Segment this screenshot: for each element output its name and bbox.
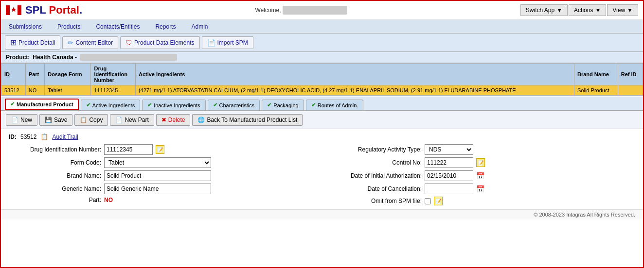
control-no-input[interactable] [425, 157, 473, 168]
calendar-icon-cancel[interactable]: 📅 [476, 185, 484, 193]
generic-name-input[interactable] [104, 184, 211, 194]
tab-inactive-ingredients[interactable]: ✔ Inactive Ingredients [142, 100, 205, 110]
product-data-elements-button[interactable]: 🛡 Product Data Elements [120, 36, 199, 49]
new-button[interactable]: 📄 New [6, 114, 37, 126]
regulatory-type-row: Regulatory Activity Type: NDS ANDS DIN [324, 144, 635, 155]
check-icon: ✔ [311, 102, 316, 108]
col-brand-name: Brand Name [574, 64, 618, 85]
generic-name-label: Generic Name: [9, 185, 101, 192]
product-name-placeholder [80, 54, 177, 61]
initial-auth-row: Date of Initial Authorization: 📅 [324, 170, 635, 181]
actions-chevron-icon: ▼ [595, 7, 601, 14]
note-icon-control[interactable]: 📝 [476, 158, 485, 167]
nav-item-reports[interactable]: Reports [152, 21, 179, 32]
drug-id-input[interactable] [104, 144, 153, 155]
id-value: 53512 [20, 134, 36, 140]
brand-name-input[interactable] [104, 170, 211, 181]
copy-button[interactable]: 📋 Copy [74, 114, 108, 126]
part-label: Part: [9, 197, 101, 203]
content-editor-button[interactable]: ✏ Content Editor [62, 36, 118, 49]
save-icon: 💾 [45, 117, 52, 123]
switch-app-button[interactable]: Switch App ▼ [520, 4, 568, 16]
col-part: Part [25, 64, 44, 85]
save-button[interactable]: 💾 Save [39, 114, 72, 126]
cell-drug-id: 11112345 [91, 85, 135, 96]
switch-app-chevron-icon: ▼ [556, 7, 562, 14]
new-part-button[interactable]: 📄 New Part [110, 114, 154, 126]
form-code-label: Form Code: [9, 159, 101, 166]
check-icon: ✔ [267, 102, 271, 108]
form-id-row: ID: 53512 📋 Audit Trail [9, 133, 635, 140]
note-icon-omit[interactable]: 📝 [434, 197, 443, 205]
check-icon: ✔ [147, 102, 152, 108]
drug-id-row: Drug Identification Number: 📝 [9, 144, 320, 155]
svg-rect-0 [6, 5, 10, 15]
logo-area: SPL Portal. [6, 4, 82, 17]
part-row: Part: NO [9, 197, 320, 203]
data-table-container: ID Part Dosage Form Drug Identification … [1, 63, 643, 96]
view-button[interactable]: View ▼ [607, 4, 638, 16]
back-icon: 🌐 [197, 117, 205, 123]
cell-part: NO [25, 85, 44, 96]
grid-icon: ⊞ [10, 38, 17, 47]
delete-button[interactable]: ✖ Delete [156, 114, 191, 126]
control-no-label: Control No: [324, 159, 422, 166]
nav-item-contacts[interactable]: Contacts/Entities [93, 21, 143, 32]
product-name: Health Canada - [33, 54, 77, 61]
navbar: Submissions Products Contacts/Entities R… [1, 20, 643, 34]
actions-button[interactable]: Actions ▼ [569, 4, 606, 16]
tab-characteristics[interactable]: ✔ Characteristics [208, 100, 260, 110]
tab-bar: ✔ Manufactured Product ✔ Active Ingredie… [1, 97, 643, 111]
audit-trail-link[interactable]: Audit Trail [52, 134, 78, 140]
back-button[interactable]: 🌐 Back To Manufactured Product List [192, 114, 303, 126]
cancellation-row: Date of Cancellation: 📅 [324, 184, 635, 194]
delete-icon: ✖ [161, 117, 166, 123]
omit-label: Omit from SPM file: [324, 198, 422, 204]
tab-packaging[interactable]: ✔ Packaging [262, 100, 304, 110]
product-detail-button[interactable]: ⊞ Product Detail [5, 35, 60, 50]
initial-auth-input[interactable] [425, 170, 473, 181]
cell-dosage-form: Tablet [45, 85, 91, 96]
col-dosage-form: Dosage Form [45, 64, 91, 85]
id-label: ID: [9, 134, 17, 140]
nav-item-admin[interactable]: Admin [188, 21, 211, 32]
omit-checkbox[interactable] [425, 198, 431, 204]
cancellation-input[interactable] [425, 184, 473, 194]
omit-row: Omit from SPM file: 📝 [324, 197, 635, 205]
regulatory-type-label: Regulatory Activity Type: [324, 146, 422, 153]
import-spm-button[interactable]: 📄 Import SPM [202, 36, 253, 49]
svg-rect-2 [18, 5, 21, 15]
col-ref-id: Ref ID [618, 64, 643, 85]
shield-icon: 🛡 [125, 39, 132, 47]
check-icon: ✔ [10, 101, 15, 107]
calendar-icon-init[interactable]: 📅 [476, 172, 484, 180]
username-placeholder [283, 6, 347, 15]
table-row[interactable]: 53512 NO Tablet 11112345 (4271 mg/1 1) A… [1, 85, 643, 96]
welcome-bar: Welcome, [82, 7, 520, 14]
initial-auth-label: Date of Initial Authorization: [324, 172, 422, 179]
nav-item-products[interactable]: Products [54, 21, 83, 32]
form-code-row: Form Code: Tablet Capsule Liquid Powder [9, 157, 320, 168]
col-id: ID [1, 64, 26, 85]
part-value: NO [104, 197, 113, 203]
action-bar: 📄 New 💾 Save 📋 Copy 📄 New Part ✖ Delete … [1, 111, 643, 129]
tab-active-ingredients[interactable]: ✔ Active Ingredients [81, 100, 140, 110]
regulatory-type-select[interactable]: NDS ANDS DIN [425, 144, 473, 155]
edit-icon: ✏ [68, 39, 73, 47]
check-icon: ✔ [213, 102, 217, 108]
cell-brand-name: Solid Product [574, 85, 618, 96]
nav-item-submissions[interactable]: Submissions [6, 21, 45, 32]
check-icon: ✔ [86, 102, 90, 108]
audit-trail-icon: 📋 [40, 133, 48, 140]
control-no-row: Control No: 📝 [324, 157, 635, 168]
canada-flag-icon [6, 5, 21, 15]
note-icon-din[interactable]: 📝 [156, 145, 164, 154]
header-actions: Switch App ▼ Actions ▼ View ▼ [520, 4, 638, 16]
brand-name-label: Brand Name: [9, 172, 101, 179]
import-icon: 📄 [207, 39, 215, 47]
cell-ref-id [618, 85, 643, 96]
form-code-select[interactable]: Tablet Capsule Liquid Powder [104, 157, 211, 168]
tab-manufactured-product[interactable]: ✔ Manufactured Product [5, 99, 79, 110]
tab-routes-of-admin[interactable]: ✔ Routes of Admin. [306, 100, 364, 110]
cancellation-label: Date of Cancellation: [324, 185, 422, 192]
